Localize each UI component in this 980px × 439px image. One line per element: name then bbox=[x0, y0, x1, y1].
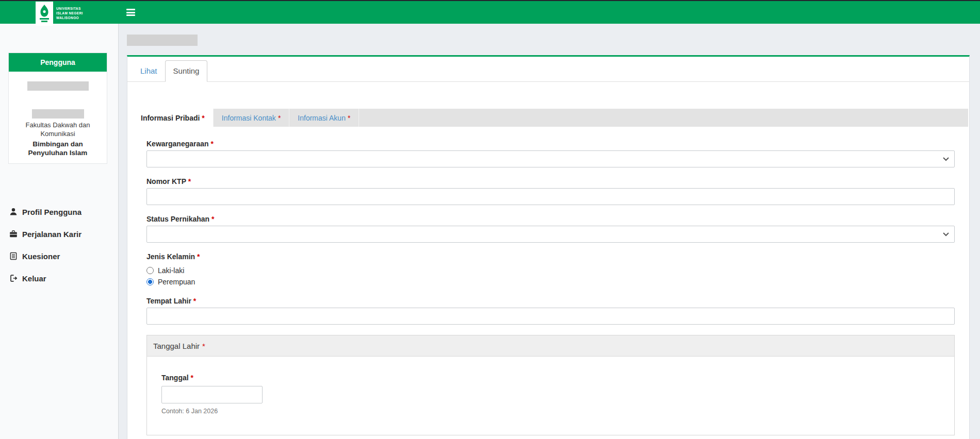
redacted-user-name bbox=[27, 81, 89, 91]
status-pernikahan-select[interactable] bbox=[146, 226, 955, 243]
tempat-lahir-input[interactable] bbox=[146, 308, 955, 325]
radio-label: Perempuan bbox=[158, 278, 195, 286]
required-marker: * bbox=[348, 114, 350, 122]
radio-perempuan[interactable]: Perempuan bbox=[146, 277, 955, 287]
sidebar-item-label: Perjalanan Karir bbox=[22, 230, 81, 239]
primary-tabs: Lihat Sunting bbox=[127, 57, 969, 82]
menu-toggle-button[interactable] bbox=[126, 9, 135, 16]
tab-lihat[interactable]: Lihat bbox=[133, 61, 165, 81]
user-program: Bimbingan dan Penyuluhan Islam bbox=[13, 140, 103, 158]
required-marker: * bbox=[193, 297, 196, 305]
sidebar-item-label: Kuesioner bbox=[22, 252, 60, 261]
tab-informasi-kontak[interactable]: Informasi Kontak * bbox=[214, 109, 290, 127]
user-card: Pengguna Fakultas Dakwah dan Komunikasi … bbox=[8, 53, 107, 164]
sidebar-menu: Profil Pengguna Perjalanan Karir Kuesion… bbox=[0, 208, 118, 283]
status-pernikahan-field: Status Pernikahan * bbox=[146, 215, 955, 243]
jenis-kelamin-label: Jenis Kelamin * bbox=[146, 253, 955, 261]
kewarganegaraan-field: Kewarganegaraan * bbox=[146, 140, 955, 167]
radio-button-icon[interactable] bbox=[146, 267, 154, 274]
tab-informasi-pribadi[interactable]: Informasi Pribadi * bbox=[133, 109, 214, 127]
radio-label: Laki-laki bbox=[158, 266, 184, 275]
tanggal-label: Tanggal * bbox=[161, 374, 940, 382]
briefcase-icon bbox=[9, 230, 18, 238]
logout-icon bbox=[9, 274, 18, 282]
kewarganegaraan-label: Kewarganegaraan * bbox=[146, 140, 955, 148]
redacted-user-id bbox=[32, 109, 84, 119]
tempat-lahir-label: Tempat Lahir * bbox=[146, 297, 955, 305]
redacted-page-title bbox=[127, 35, 198, 46]
nomor-ktp-label: Nomor KTP * bbox=[146, 178, 955, 185]
kewarganegaraan-select[interactable] bbox=[146, 150, 955, 167]
required-marker: * bbox=[202, 114, 204, 122]
tab-informasi-akun[interactable]: Informasi Akun * bbox=[289, 109, 359, 127]
app-header: Universitas Islam Negeri Walisongo bbox=[0, 1, 980, 24]
required-marker: * bbox=[278, 114, 281, 122]
section-tabs: Informasi Pribadi * Informasi Kontak * I… bbox=[133, 109, 968, 127]
status-pernikahan-label: Status Pernikahan * bbox=[146, 215, 955, 223]
required-marker: * bbox=[202, 342, 205, 350]
user-icon bbox=[9, 208, 18, 216]
sidebar: Pengguna Fakultas Dakwah dan Komunikasi … bbox=[0, 24, 119, 439]
sidebar-item-kuesioner[interactable]: Kuesioner bbox=[9, 252, 118, 261]
tempat-lahir-field: Tempat Lahir * bbox=[146, 297, 955, 325]
user-card-title: Pengguna bbox=[9, 53, 107, 72]
tanggal-lahir-legend: Tanggal Lahir * bbox=[147, 335, 954, 357]
required-marker: * bbox=[191, 374, 193, 382]
hamburger-icon bbox=[126, 9, 135, 10]
content-card: Lihat Sunting Informasi Pribadi * Inform… bbox=[127, 55, 970, 439]
required-marker: * bbox=[211, 215, 214, 223]
sidebar-item-profil-pengguna[interactable]: Profil Pengguna bbox=[9, 208, 118, 216]
university-name: Universitas Islam Negeri Walisongo bbox=[56, 7, 83, 20]
radio-laki-laki[interactable]: Laki-laki bbox=[146, 265, 955, 276]
date-format-hint: Contoh: 6 Jan 2026 bbox=[161, 408, 940, 415]
sidebar-item-label: Keluar bbox=[22, 274, 46, 283]
informasi-pribadi-form: Kewarganegaraan * Nomor KTP bbox=[133, 127, 968, 435]
sidebar-item-keluar[interactable]: Keluar bbox=[9, 274, 118, 283]
user-faculty: Fakultas Dakwah dan Komunikasi bbox=[13, 121, 103, 138]
required-marker: * bbox=[197, 252, 200, 261]
nomor-ktp-field: Nomor KTP * bbox=[146, 178, 955, 205]
tab-sunting[interactable]: Sunting bbox=[165, 60, 208, 82]
university-logo[interactable] bbox=[36, 2, 53, 26]
tanggal-date-input[interactable] bbox=[161, 386, 263, 403]
university-emblem-icon bbox=[38, 4, 51, 24]
required-marker: * bbox=[188, 177, 191, 185]
sidebar-item-label: Profil Pengguna bbox=[22, 208, 81, 216]
jenis-kelamin-field: Jenis Kelamin * Laki-laki Perempuan bbox=[146, 253, 955, 287]
main-content: Lihat Sunting Informasi Pribadi * Inform… bbox=[119, 24, 980, 439]
required-marker: * bbox=[211, 140, 214, 148]
tanggal-lahir-fieldset: Tanggal Lahir * Tanggal * Contoh: 6 Jan … bbox=[146, 335, 955, 435]
sidebar-item-perjalanan-karir[interactable]: Perjalanan Karir bbox=[9, 230, 118, 239]
radio-button-icon[interactable] bbox=[146, 278, 154, 285]
questionnaire-icon bbox=[9, 252, 18, 260]
nomor-ktp-input[interactable] bbox=[146, 188, 955, 205]
